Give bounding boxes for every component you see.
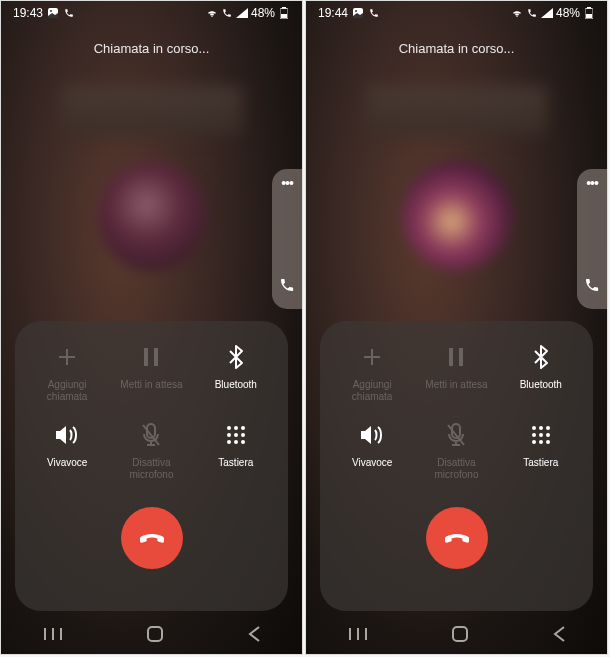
keypad-button[interactable]: Tastiera (196, 421, 276, 481)
plus-icon (358, 343, 386, 371)
svg-point-10 (234, 426, 238, 430)
call-status-text: Chiamata in corso... (1, 41, 302, 56)
nav-home-button[interactable] (451, 625, 469, 643)
hangup-icon (136, 522, 168, 554)
contact-name-blurred (62, 86, 242, 136)
status-time: 19:43 (13, 6, 43, 20)
phone-screen-right: 19:44 48% Chiamata in corso... (305, 0, 608, 655)
svg-rect-27 (449, 348, 453, 366)
svg-point-13 (234, 433, 238, 437)
battery-text: 48% (556, 6, 580, 20)
add-call-label: Aggiungi chiamata (47, 379, 88, 403)
phone-screen-left: 19:43 48% Chiamata in corso... (0, 0, 303, 655)
svg-point-15 (227, 440, 231, 444)
hold-label: Metti in attesa (425, 379, 487, 391)
add-call-label: Aggiungi chiamata (352, 379, 393, 403)
svg-point-17 (241, 440, 245, 444)
phone-status-icon (63, 7, 75, 19)
speaker-button[interactable]: Vivavoce (332, 421, 412, 481)
nav-bar (306, 614, 607, 654)
more-icon[interactable]: ••• (281, 179, 293, 187)
mic-off-icon (442, 421, 470, 449)
call-controls-panel: Aggiungi chiamata Metti in attesa Blueto… (15, 321, 288, 611)
bluetooth-button[interactable]: Bluetooth (501, 343, 581, 403)
svg-rect-28 (459, 348, 463, 366)
speaker-label: Vivavoce (47, 457, 87, 469)
svg-point-11 (241, 426, 245, 430)
signal-icon (236, 7, 248, 19)
svg-point-14 (241, 433, 245, 437)
nav-back-button[interactable] (247, 625, 261, 643)
mute-label: Disattiva microfono (130, 457, 174, 481)
svg-point-9 (227, 426, 231, 430)
handset-icon[interactable] (279, 277, 295, 293)
svg-point-37 (532, 440, 536, 444)
hold-button[interactable]: Metti in attesa (111, 343, 191, 403)
more-icon[interactable]: ••• (586, 179, 598, 187)
speaker-button[interactable]: Vivavoce (27, 421, 107, 481)
end-call-button[interactable] (121, 507, 183, 569)
svg-rect-5 (144, 348, 148, 366)
handset-icon[interactable] (584, 277, 600, 293)
nav-recents-button[interactable] (348, 626, 368, 642)
svg-point-16 (234, 440, 238, 444)
mic-off-icon (137, 421, 165, 449)
speaker-icon (53, 421, 81, 449)
call-controls-panel: Aggiungi chiamata Metti in attesa Blueto… (320, 321, 593, 611)
nav-back-button[interactable] (552, 625, 566, 643)
mute-label: Disattiva microfono (435, 457, 479, 481)
speaker-label: Vivavoce (352, 457, 392, 469)
volte-icon (221, 7, 233, 19)
end-call-button[interactable] (426, 507, 488, 569)
bluetooth-label: Bluetooth (215, 379, 257, 391)
svg-rect-21 (148, 627, 162, 641)
gallery-icon (352, 7, 364, 19)
volte-icon (526, 7, 538, 19)
svg-point-35 (539, 433, 543, 437)
svg-rect-43 (453, 627, 467, 641)
phone-status-icon (368, 7, 380, 19)
svg-point-39 (546, 440, 550, 444)
speaker-icon (358, 421, 386, 449)
add-call-button[interactable]: Aggiungi chiamata (27, 343, 107, 403)
svg-point-12 (227, 433, 231, 437)
bluetooth-button[interactable]: Bluetooth (196, 343, 276, 403)
nav-recents-button[interactable] (43, 626, 63, 642)
wifi-call-icon (206, 7, 218, 19)
svg-point-31 (532, 426, 536, 430)
mute-button[interactable]: Disattiva microfono (416, 421, 496, 481)
keypad-label: Tastiera (218, 457, 253, 469)
battery-text: 48% (251, 6, 275, 20)
side-actions-pill[interactable]: ••• (577, 169, 607, 309)
avatar[interactable] (402, 161, 512, 271)
svg-rect-26 (586, 14, 592, 18)
svg-point-23 (355, 10, 357, 12)
keypad-icon (527, 421, 555, 449)
keypad-label: Tastiera (523, 457, 558, 469)
wifi-call-icon (511, 7, 523, 19)
contact-name-blurred (367, 86, 547, 136)
svg-point-34 (532, 433, 536, 437)
svg-point-33 (546, 426, 550, 430)
gallery-icon (47, 7, 59, 19)
svg-rect-4 (281, 14, 287, 18)
side-actions-pill[interactable]: ••• (272, 169, 302, 309)
nav-home-button[interactable] (146, 625, 164, 643)
nav-bar (1, 614, 302, 654)
keypad-button[interactable]: Tastiera (501, 421, 581, 481)
battery-icon (278, 7, 290, 19)
signal-icon (541, 7, 553, 19)
hangup-icon (441, 522, 473, 554)
svg-point-38 (539, 440, 543, 444)
avatar[interactable] (97, 161, 207, 271)
status-bar: 19:43 48% (1, 1, 302, 25)
hold-label: Metti in attesa (120, 379, 182, 391)
bluetooth-icon (222, 343, 250, 371)
add-call-button[interactable]: Aggiungi chiamata (332, 343, 412, 403)
keypad-icon (222, 421, 250, 449)
hold-button[interactable]: Metti in attesa (416, 343, 496, 403)
status-time: 19:44 (318, 6, 348, 20)
svg-rect-6 (154, 348, 158, 366)
svg-point-1 (50, 10, 52, 12)
mute-button[interactable]: Disattiva microfono (111, 421, 191, 481)
